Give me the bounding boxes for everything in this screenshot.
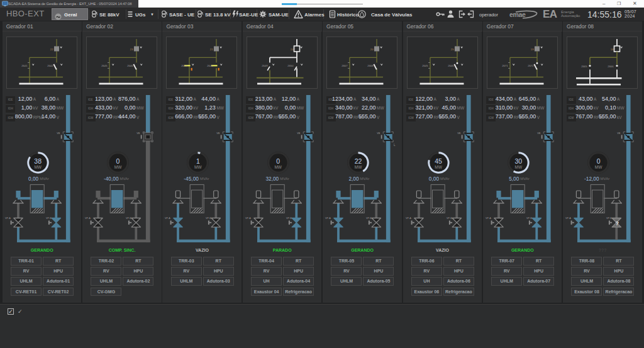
svg-text:21: 21: [210, 48, 213, 51]
svg-text:VB: VB: [457, 132, 461, 135]
svg-text:24: 24: [291, 48, 294, 51]
svg-text:VB: VB: [617, 132, 621, 135]
svg-text:VB: VB: [136, 132, 140, 135]
svg-text:VB: VB: [57, 132, 60, 135]
svg-text:VP-B: VP-B: [206, 217, 211, 220]
svg-text:VP-B: VP-B: [606, 217, 612, 220]
svg-text:?: ?: [616, 220, 619, 227]
svg-text:VP-B: VP-B: [46, 217, 52, 220]
svg-text:2668: 2668: [367, 64, 374, 67]
svg-text:2646: 2646: [448, 64, 454, 67]
svg-text:L: L: [394, 143, 396, 147]
svg-text:2671: 2671: [502, 64, 508, 67]
svg-text:VP-B: VP-B: [447, 217, 452, 220]
svg-text:2649: 2649: [262, 64, 268, 67]
svg-text:VP-A: VP-A: [406, 217, 411, 220]
svg-text:18: 18: [611, 48, 614, 51]
svg-text:2645: 2645: [422, 64, 428, 67]
svg-text:20: 20: [370, 48, 374, 51]
svg-text:19: 19: [531, 48, 534, 51]
svg-text:VB: VB: [217, 132, 221, 135]
svg-text:2650: 2650: [287, 64, 294, 67]
svg-text:VP-A: VP-A: [486, 217, 491, 220]
svg-text:2643: 2643: [182, 64, 188, 67]
svg-text:VP-A: VP-A: [85, 217, 91, 220]
svg-text:VP-B: VP-B: [366, 217, 372, 220]
svg-text:VP-B: VP-B: [526, 217, 532, 220]
svg-text:VP-A: VP-A: [325, 217, 331, 220]
svg-text:VB: VB: [297, 132, 301, 135]
svg-text:2641: 2641: [21, 64, 28, 67]
svg-text:VB: VB: [537, 132, 541, 135]
svg-text:VB: VB: [377, 132, 380, 135]
svg-text:VP-A: VP-A: [245, 217, 251, 220]
svg-text:VP-B: VP-B: [286, 217, 292, 220]
svg-text:2666: 2666: [608, 65, 614, 68]
svg-text:2665: 2665: [581, 65, 587, 68]
svg-text:2644: 2644: [208, 64, 214, 67]
svg-text:2642: 2642: [47, 64, 53, 67]
svg-text:23: 23: [130, 48, 133, 51]
svg-text:2646: 2646: [127, 64, 133, 67]
svg-text:2667: 2667: [341, 64, 348, 67]
svg-text:2672: 2672: [528, 64, 534, 67]
svg-text:VP-A: VP-A: [565, 217, 571, 220]
svg-text:VP-A: VP-A: [5, 217, 11, 220]
svg-text:VP-A: VP-A: [165, 217, 170, 220]
svg-text:2645: 2645: [101, 64, 108, 67]
svg-text:22: 22: [50, 48, 53, 51]
svg-text:25: 25: [450, 48, 453, 51]
svg-text:VP-B: VP-B: [126, 217, 131, 220]
